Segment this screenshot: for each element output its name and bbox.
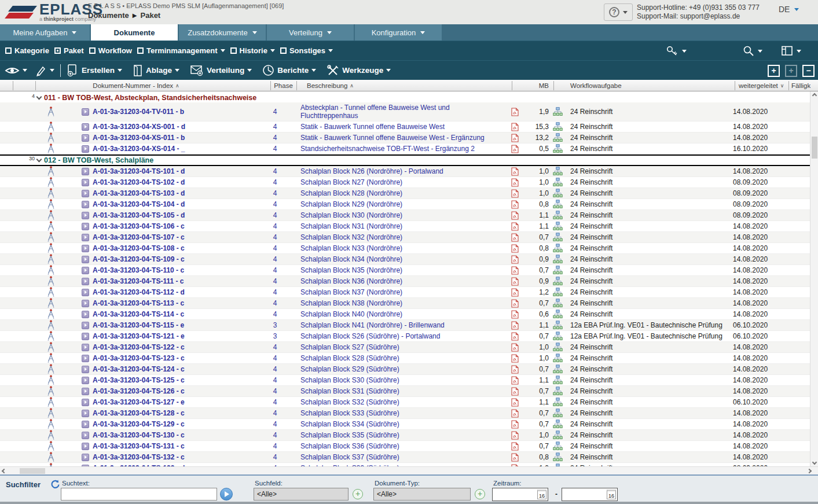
open-document-button[interactable] [82, 234, 89, 241]
table-row[interactable]: A-01-3a-31203-04-TS-129 - c4Schalplan Bl… [0, 419, 810, 430]
open-document-button[interactable] [82, 355, 89, 362]
workflow-icon[interactable] [553, 365, 563, 374]
table-row[interactable]: A-01-3a-31203-04-TS-125 - c4Schalplan Bl… [0, 375, 810, 386]
table-row[interactable]: A-01-3a-31203-04-TS-113 - c4Schalplan Bl… [0, 298, 810, 309]
table-row[interactable]: A-01-3a-31203-04-TS-106 - c4Schalplan Bl… [0, 221, 810, 232]
pdf-icon[interactable] [511, 145, 519, 153]
workflow-icon[interactable] [553, 310, 563, 319]
workflow-icon[interactable] [553, 354, 563, 363]
pdf-icon[interactable] [511, 255, 519, 264]
view-options-button[interactable] [5, 65, 27, 76]
workflow-icon[interactable] [553, 133, 563, 142]
table-row[interactable]: A-01-3a-31203-04-TS-123 - c4Schalplan Bl… [0, 353, 810, 364]
table-row[interactable]: A-01-3a-31203-04-TS-107 - c4Schalplan Bl… [0, 232, 810, 243]
workflow-icon[interactable] [553, 376, 563, 385]
table-row[interactable]: A-01-3a-31203-04-TS-101 - d4Schalplan Bl… [0, 166, 810, 177]
table-row[interactable]: A-01-3a-31203-04-TS-103 - d4Schalplan Bl… [0, 188, 810, 199]
pdf-icon[interactable] [511, 365, 519, 374]
workflow-icon[interactable] [553, 387, 563, 396]
scroll-right-button[interactable] [805, 467, 813, 475]
menu-verteilung[interactable]: Verteilung [190, 64, 252, 77]
pdf-icon[interactable] [511, 321, 519, 330]
expand-all-button[interactable]: + [768, 65, 780, 77]
add-dokument-typ-button[interactable]: + [475, 489, 485, 499]
help-menu-button[interactable]: ? [604, 3, 633, 21]
open-document-button[interactable] [82, 388, 89, 395]
workflow-icon[interactable] [553, 277, 563, 286]
pdf-icon[interactable] [511, 277, 519, 286]
table-row[interactable]: A-01-3a-31203-04-XS-011 - b4Statik - Bau… [0, 133, 810, 144]
open-document-button[interactable] [82, 278, 89, 285]
workflow-icon[interactable] [553, 211, 563, 220]
open-document-button[interactable] [82, 289, 89, 296]
filter-historie[interactable]: Historie [230, 46, 275, 55]
workflow-icon[interactable] [553, 398, 563, 407]
workflow-icon[interactable] [553, 189, 563, 198]
pdf-icon[interactable] [511, 387, 519, 396]
collapse-all-button[interactable]: − [802, 65, 815, 77]
workflow-icon[interactable] [553, 167, 563, 176]
open-document-button[interactable] [82, 168, 89, 175]
pdf-icon[interactable] [511, 222, 519, 231]
scroll-left-button[interactable] [0, 467, 8, 475]
filter-kategorie[interactable]: Kategorie [5, 46, 49, 55]
menu-ablage[interactable]: Ablage [133, 64, 179, 77]
table-row[interactable]: A-01-3a-31203-04-TS-111 - c4Schalplan Bl… [0, 276, 810, 287]
pdf-icon[interactable] [511, 244, 519, 253]
pdf-icon[interactable] [511, 420, 519, 429]
workflow-icon[interactable] [553, 222, 563, 231]
search-submit-button[interactable] [220, 488, 233, 501]
table-row[interactable]: A-01-3a-31203-04-TS-126 - c4Schalplan Bl… [0, 386, 810, 397]
table-row[interactable]: A-01-3a-31203-04-TS-127 - e4Schalplan Bl… [0, 397, 810, 408]
table-row[interactable]: A-01-3a-31203-04-TS-124 - c4Schalplan Bl… [0, 364, 810, 375]
zeitraum-to-input[interactable] [562, 488, 606, 501]
menu-werkzeuge[interactable]: Werkzeuge [327, 65, 391, 76]
open-document-button[interactable] [82, 311, 89, 318]
table-row[interactable]: A-01-3a-31203-04-TS-122 - c4Schalplan Bl… [0, 342, 810, 353]
table-row[interactable]: A-01-3a-31203-04-XS-001 - d4Statik - Bau… [0, 122, 810, 133]
open-document-button[interactable] [82, 190, 89, 197]
workflow-icon[interactable] [553, 107, 563, 116]
tab-verteilung[interactable]: Verteilung [267, 24, 354, 41]
menu-erstellen[interactable]: Erstellen [67, 64, 122, 77]
calendar-picker-button[interactable]: 16 [537, 490, 546, 499]
column-header-mb[interactable]: MB [512, 80, 549, 91]
open-document-button[interactable] [82, 454, 89, 461]
annotate-button[interactable] [35, 65, 54, 76]
workflow-icon[interactable] [553, 332, 563, 341]
open-document-button[interactable] [82, 256, 89, 263]
open-document-button[interactable] [82, 300, 89, 307]
workflow-icon[interactable] [553, 233, 563, 242]
open-document-button[interactable] [82, 344, 89, 351]
table-row[interactable]: A-01-3a-31203-04-TS-108 - c4Schalplan Bl… [0, 243, 810, 254]
workflow-icon[interactable] [553, 453, 563, 462]
pdf-icon[interactable] [511, 167, 519, 176]
tab-dokumente[interactable]: Dokumente [91, 24, 178, 41]
workflow-icon[interactable] [553, 299, 563, 308]
table-row[interactable]: A-01-3a-31203-04-TS-104 - d4Schalplan Bl… [0, 199, 810, 210]
table-row[interactable]: A-01-3a-31203-04-TS-110 - c4Schalplan Bl… [0, 265, 810, 276]
horizontal-scrollbar-thumb[interactable] [20, 468, 45, 474]
open-document-button[interactable] [82, 212, 89, 219]
pdf-icon[interactable] [511, 453, 519, 462]
workflow-icon[interactable] [553, 178, 563, 187]
workflow-icon[interactable] [553, 200, 563, 209]
column-header-phase[interactable]: Phase [270, 80, 296, 91]
workflow-icon[interactable] [553, 431, 563, 440]
table-row[interactable]: A-01-3a-31203-04-TS-112 - d4Schalplan Bl… [0, 287, 810, 298]
table-row[interactable]: A-01-3a-31203-04-TS-105 - d4Schalplan Bl… [0, 210, 810, 221]
workflow-icon[interactable] [553, 122, 563, 131]
filter-workflow[interactable]: Workflow [89, 46, 132, 55]
pdf-icon[interactable] [511, 108, 519, 116]
table-row[interactable]: A-01-3a-31203-04-TS-102 - d4Schalplan Bl… [0, 177, 810, 188]
pdf-icon[interactable] [511, 376, 519, 385]
zeitraum-from-input[interactable] [493, 488, 537, 501]
tab-konfiguration[interactable]: Konfiguration [355, 24, 442, 41]
open-document-button[interactable] [82, 179, 89, 186]
workflow-icon[interactable] [553, 266, 563, 275]
open-document-button[interactable] [82, 366, 89, 373]
open-document-button[interactable] [82, 267, 89, 274]
workflow-icon[interactable] [553, 255, 563, 264]
workflow-icon[interactable] [553, 442, 563, 451]
horizontal-scrollbar[interactable] [0, 466, 818, 474]
